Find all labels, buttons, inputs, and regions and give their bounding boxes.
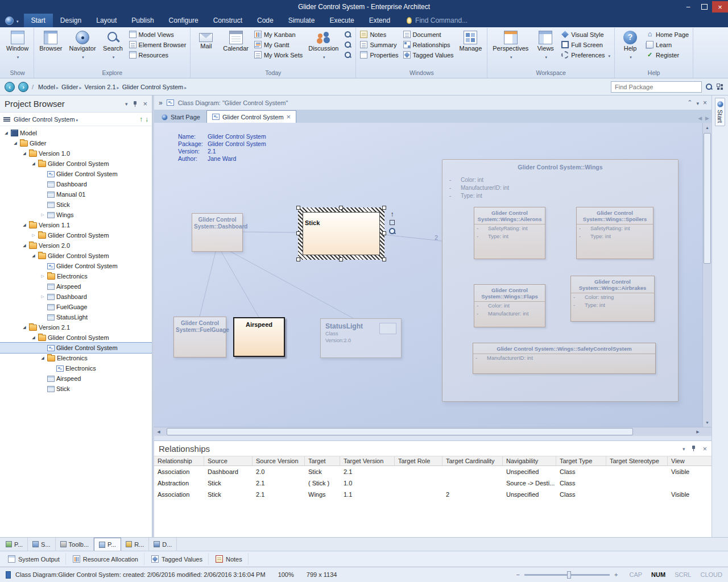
forward-button[interactable] <box>18 82 28 92</box>
close-button[interactable] <box>712 1 728 13</box>
resize-handle[interactable] <box>339 257 343 261</box>
my-kanban-button[interactable]: My Kanban <box>253 30 304 39</box>
close-icon[interactable] <box>143 99 147 108</box>
ea-logo-button[interactable] <box>0 14 24 27</box>
column-header[interactable]: Target <box>305 456 340 465</box>
dock-tab[interactable]: Toolb... <box>56 538 94 551</box>
tree-item[interactable]: Glider Control System <box>0 332 152 343</box>
maximize-button[interactable] <box>696 1 712 13</box>
tree-item[interactable]: Version 1.0 <box>0 148 152 159</box>
tree-expander[interactable] <box>40 356 46 360</box>
tree-item[interactable]: Dashboard <box>0 179 152 189</box>
find-package-input[interactable] <box>611 81 702 93</box>
class-spoilers[interactable]: Glider Control System::Wings::Spoilers S… <box>576 207 653 259</box>
scroll-up-icon[interactable] <box>703 123 712 132</box>
ribbon-tab-construct[interactable]: Construct <box>206 14 250 27</box>
chevron-down-icon[interactable] <box>125 101 128 107</box>
tab-glider-control-system[interactable]: Glider Control System <box>206 110 296 123</box>
class-fuelguage[interactable]: Glider Control System::FuelGuage <box>173 317 226 357</box>
tree-item[interactable]: Manual 01 <box>0 189 152 199</box>
zoom-in-icon[interactable] <box>612 571 620 578</box>
selected-element-stick[interactable]: Stick <box>298 207 384 260</box>
table-row[interactable]: AbstractionStick2.1( Stick )1.0Source ->… <box>154 477 712 489</box>
tree-item[interactable]: Glider Control System <box>0 169 152 179</box>
root-selector[interactable]: Glider Control System <box>14 116 78 123</box>
tab-notes[interactable]: Notes <box>210 553 249 565</box>
search-button[interactable]: Search <box>100 28 126 69</box>
dock-tab[interactable]: S... <box>28 538 56 551</box>
resize-handle[interactable] <box>382 231 386 235</box>
ribbon-tab-configure[interactable]: Configure <box>162 14 206 27</box>
calendar-button[interactable]: Calendar <box>220 28 251 69</box>
ribbon-tab-layout[interactable]: Layout <box>89 14 124 27</box>
close-icon[interactable] <box>287 113 291 121</box>
tree-expander[interactable] <box>22 325 27 330</box>
notes-button[interactable]: Notes <box>358 30 400 39</box>
column-header[interactable]: Target Version <box>340 456 395 465</box>
menu-icon[interactable] <box>696 99 699 106</box>
zoom-slider-thumb[interactable] <box>567 571 571 579</box>
relationships-button[interactable]: Relationships <box>402 40 456 49</box>
tree-expander[interactable] <box>13 141 18 146</box>
summary-button[interactable]: Summary <box>358 40 400 49</box>
search-small-button-2[interactable] <box>342 40 353 49</box>
tree-item[interactable]: Electronics <box>0 363 152 373</box>
tree-item-selected[interactable]: Glider Control System <box>0 343 152 353</box>
tree-item[interactable]: FuelGuage <box>0 302 152 312</box>
scroll-down-icon[interactable] <box>703 418 712 427</box>
tree-item[interactable]: Stick <box>0 384 152 394</box>
breadcrumb-item-glider[interactable]: Glider <box>60 84 79 90</box>
search-icon[interactable] <box>705 83 713 90</box>
toggle-num[interactable]: NUM <box>651 571 665 578</box>
tree-item[interactable]: StatusLight <box>0 312 152 322</box>
table-row[interactable]: AssociationDashboard2.0Stick2.1Unspecifi… <box>154 466 712 477</box>
breadcrumb-item-version[interactable]: Version 2.1 <box>84 84 117 90</box>
chevron-down-icon[interactable] <box>682 446 685 452</box>
collapse-icon[interactable] <box>687 99 692 106</box>
tree-expander[interactable] <box>31 161 36 166</box>
tab-resource-allocation[interactable]: Resource Allocation <box>67 553 144 565</box>
tree-item[interactable]: Airspeed <box>0 373 152 384</box>
dock-tab-start[interactable]: Start <box>715 98 725 126</box>
element-properties-icon[interactable] <box>390 220 395 225</box>
my-work-sets-button[interactable]: My Work Sets <box>253 51 304 59</box>
tree-item[interactable]: Wings <box>0 210 152 220</box>
dock-tab[interactable]: D... <box>149 538 177 551</box>
toggle-cloud[interactable]: CLOUD <box>700 571 722 578</box>
navigator-button[interactable]: Navigator <box>66 28 98 69</box>
document-button[interactable]: Document <box>402 30 456 39</box>
class-ailerons[interactable]: Glider Control System::Wings::Ailerons S… <box>474 207 545 259</box>
toggle-cap[interactable]: CAP <box>629 571 642 578</box>
dock-tab-active[interactable]: P... <box>94 538 121 551</box>
mail-button[interactable]: Mail <box>193 28 219 69</box>
column-header[interactable]: Target Role <box>395 456 442 465</box>
column-header[interactable]: Target Stereotype <box>606 456 668 465</box>
discussion-button[interactable]: Discussion <box>305 28 341 69</box>
breadcrumb-item-model[interactable]: Model <box>37 84 56 90</box>
tab-start-page[interactable]: Start Page <box>156 111 205 123</box>
class-airspeed[interactable]: Airspeed <box>233 317 285 357</box>
window-button[interactable]: Window <box>3 28 31 69</box>
tree-item[interactable]: Version 1.1 <box>0 220 152 230</box>
column-header[interactable]: Navigability <box>503 456 556 465</box>
zoom-slider[interactable] <box>524 574 610 576</box>
move-up-icon[interactable]: ↑ <box>139 115 143 123</box>
tree-item[interactable]: Model <box>0 128 152 138</box>
tree-expander[interactable] <box>22 151 27 156</box>
quicklinker-up-icon[interactable] <box>391 211 394 218</box>
minimize-button[interactable] <box>680 1 696 13</box>
dock-tab[interactable]: P... <box>1 538 28 551</box>
visual-style-button[interactable]: Visual Style <box>560 30 612 39</box>
tree-expander[interactable] <box>22 243 27 248</box>
scrollbar-thumb[interactable] <box>704 133 711 264</box>
tree-expander[interactable] <box>40 294 46 299</box>
register-button[interactable]: Register <box>644 51 690 59</box>
class-airbrakes[interactable]: Glider Control System::Wings::Airbrakes … <box>570 276 655 322</box>
tab-system-output[interactable]: System Output <box>2 553 66 565</box>
pin-icon[interactable] <box>132 101 138 107</box>
tree-item[interactable]: Version 2.0 <box>0 240 152 251</box>
zoom-out-icon[interactable] <box>514 571 522 578</box>
column-header[interactable]: Relationship <box>154 456 204 465</box>
properties-button[interactable]: Properties <box>358 51 400 59</box>
ribbon-tab-code[interactable]: Code <box>250 14 281 27</box>
